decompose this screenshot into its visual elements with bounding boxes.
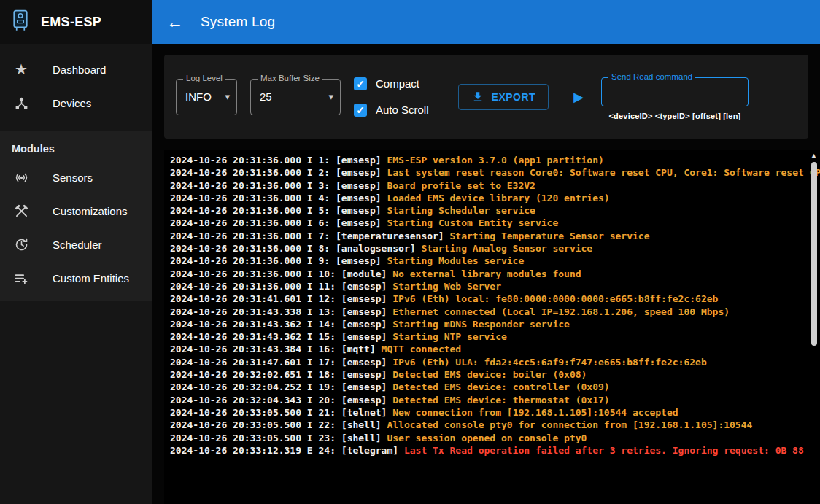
modules-section-label: Modules [0, 134, 152, 160]
system-log-output[interactable]: 2024-10-26 20:31:36.000 I 1: [emsesp] EM… [164, 150, 820, 504]
export-button-label: EXPORT [492, 91, 536, 103]
send-read-command-group: Send Read command <deviceID> <typeID> [o… [601, 77, 749, 120]
max-buffer-size-label: Max Buffer Size [258, 74, 322, 84]
sidebar-item-scheduler[interactable]: Scheduler [0, 228, 152, 261]
app-title: EMS-ESP [41, 15, 101, 30]
max-buffer-size-select[interactable]: Max Buffer Size 25 ▾ [250, 79, 341, 115]
sidebar-item-label: Devices [53, 97, 91, 109]
checkbox-group: ✓ Compact ✓ Auto Scroll [354, 77, 429, 117]
scrollbar-thumb[interactable] [811, 162, 817, 346]
playlist-add-icon [12, 271, 31, 286]
chevron-down-icon: ▾ [225, 91, 230, 102]
log-level-value: INFO [185, 90, 212, 103]
page-title: System Log [201, 14, 275, 30]
send-command-play-icon[interactable]: ▶ [573, 90, 584, 104]
log-line: 2024-10-26 20:31:43.338 I 13: [emsesp] E… [170, 306, 808, 318]
sidebar-item-sensors[interactable]: Sensors [0, 160, 152, 194]
controls-panel: Log Level INFO ▾ Max Buffer Size 25 ▾ ✓ … [164, 55, 808, 139]
log-line: 2024-10-26 20:33:05.500 I 21: [telnet] N… [170, 406, 808, 419]
log-line: 2024-10-26 20:31:36.000 I 10: [module] N… [170, 268, 808, 280]
download-icon [471, 90, 484, 104]
sidebar-item-dashboard[interactable]: ★ Dashboard [0, 53, 152, 86]
log-line: 2024-10-26 20:31:47.601 I 17: [emsesp] I… [170, 356, 808, 368]
sidebar-header: EMS-ESP [0, 0, 152, 44]
log-line: 2024-10-26 20:31:36.000 I 4: [emsesp] Lo… [170, 192, 808, 204]
chevron-down-icon: ▾ [328, 91, 333, 102]
log-line: 2024-10-26 20:31:43.384 I 16: [mqtt] MQT… [170, 343, 808, 355]
log-line: 2024-10-26 20:31:36.000 I 9: [emsesp] St… [170, 255, 808, 267]
app-root: EMS-ESP ★ Dashboard Devices Modules [0, 0, 820, 504]
star-icon: ★ [12, 61, 31, 78]
device-hub-icon [12, 96, 31, 111]
sidebar-item-devices[interactable]: Devices [0, 86, 152, 120]
send-read-command-field: Send Read command [601, 77, 749, 106]
scheduler-clock-icon [12, 237, 31, 252]
log-lines: 2024-10-26 20:31:36.000 I 1: [emsesp] EM… [170, 154, 808, 457]
sidebar-modules-section: Modules Sensors [0, 131, 152, 301]
log-level-select[interactable]: Log Level INFO ▾ [176, 79, 237, 115]
sidebar-menu: ★ Dashboard Devices [0, 44, 152, 120]
log-line: 2024-10-26 20:31:36.000 I 8: [analogsens… [170, 242, 808, 255]
log-line: 2024-10-26 20:32:02.651 I 18: [emsesp] D… [170, 368, 808, 381]
sidebar-item-customizations[interactable]: Customizations [0, 194, 152, 228]
sensors-icon [12, 170, 31, 185]
log-line: 2024-10-26 20:33:12.319 E 24: [telegram]… [170, 444, 808, 457]
sidebar-item-label: Custom Entities [53, 272, 129, 284]
log-line: 2024-10-26 20:31:36.000 I 1: [emsesp] EM… [170, 154, 808, 166]
log-line: 2024-10-26 20:31:36.000 I 11: [emsesp] S… [170, 280, 808, 292]
log-line: 2024-10-26 20:31:41.601 I 12: [emsesp] I… [170, 292, 808, 305]
sidebar-item-label: Customizations [53, 205, 128, 217]
scroll-up-icon[interactable]: ▲ [811, 152, 817, 159]
log-line: 2024-10-26 20:31:36.000 I 5: [emsesp] St… [170, 204, 808, 217]
sidebar-item-label: Scheduler [53, 239, 102, 251]
main-area: ← System Log Log Level INFO ▾ Max Buffer… [152, 0, 820, 504]
sidebar: EMS-ESP ★ Dashboard Devices Modules [0, 0, 152, 504]
log-line: 2024-10-26 20:31:43.362 I 14: [emsesp] S… [170, 318, 808, 330]
compact-checkbox-label: Compact [376, 77, 419, 90]
compact-checkbox[interactable]: ✓ Compact [354, 77, 429, 90]
sidebar-item-label: Dashboard [53, 63, 106, 76]
export-button[interactable]: EXPORT [458, 84, 549, 110]
log-line: 2024-10-26 20:31:36.000 I 6: [emsesp] St… [170, 217, 808, 229]
sidebar-item-label: Sensors [53, 171, 93, 184]
appbar: ← System Log [152, 0, 820, 44]
content: Log Level INFO ▾ Max Buffer Size 25 ▾ ✓ … [152, 44, 820, 504]
log-level-label: Log Level [183, 74, 225, 84]
tools-icon [12, 203, 31, 219]
send-read-command-hint: <deviceID> <typeID> [offset] [len] [608, 112, 740, 120]
max-buffer-size-value: 25 [260, 90, 272, 103]
send-read-command-label: Send Read command [608, 72, 695, 82]
log-line: 2024-10-26 20:33:05.500 I 23: [shell] Us… [170, 432, 808, 444]
checkbox-checked-icon: ✓ [354, 77, 367, 90]
sidebar-item-custom-entities[interactable]: Custom Entities [0, 261, 152, 295]
log-line: 2024-10-26 20:31:36.000 I 3: [emsesp] Bo… [170, 179, 808, 192]
ems-esp-logo-icon [10, 9, 31, 36]
log-line: 2024-10-26 20:32:04.343 I 20: [emsesp] D… [170, 394, 808, 406]
log-scrollbar[interactable]: ▲ [808, 151, 819, 504]
log-line: 2024-10-26 20:31:36.000 I 7: [temperatur… [170, 230, 808, 242]
back-arrow-icon[interactable]: ← [166, 14, 183, 31]
checkbox-checked-icon: ✓ [354, 104, 367, 117]
log-line: 2024-10-26 20:33:05.500 I 22: [shell] Al… [170, 419, 808, 431]
auto-scroll-checkbox[interactable]: ✓ Auto Scroll [354, 104, 429, 117]
auto-scroll-checkbox-label: Auto Scroll [376, 104, 429, 116]
log-line: 2024-10-26 20:31:43.362 I 15: [emsesp] S… [170, 330, 808, 343]
log-line: 2024-10-26 20:31:36.000 I 2: [emsesp] La… [170, 166, 808, 179]
log-line: 2024-10-26 20:32:04.252 I 19: [emsesp] D… [170, 381, 808, 393]
